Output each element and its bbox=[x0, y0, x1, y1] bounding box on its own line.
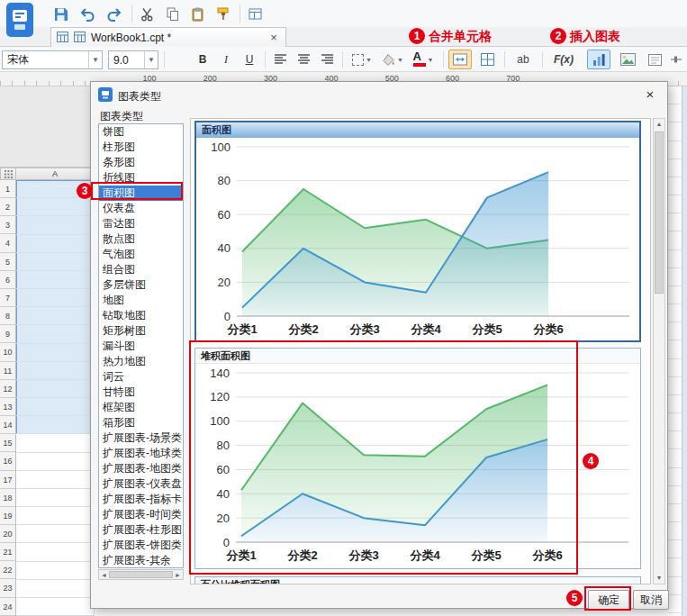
row-header-9[interactable]: 9 bbox=[0, 325, 16, 343]
panel-scrollbar[interactable]: ▲ ▼ bbox=[653, 118, 665, 584]
chart-type-item[interactable]: 热力地图 bbox=[99, 354, 183, 369]
italic-button[interactable]: I bbox=[216, 50, 236, 69]
chart-type-item[interactable]: 饼图 bbox=[99, 124, 183, 140]
list-hscrollbar[interactable]: ◄ ► bbox=[98, 569, 184, 580]
row-header-2[interactable]: 2 bbox=[0, 198, 16, 216]
chart-type-item[interactable]: 扩展图表-指标卡 bbox=[99, 492, 183, 507]
row-header-17[interactable]: 17 bbox=[0, 471, 16, 489]
underline-button[interactable]: U bbox=[240, 50, 259, 69]
merge-cells-button[interactable] bbox=[448, 50, 472, 69]
dialog-title: 图表类型 bbox=[118, 89, 161, 104]
chart-type-item[interactable]: 仪表盘 bbox=[99, 201, 183, 216]
chart-type-item[interactable]: 扩展图表-其余 bbox=[99, 553, 183, 568]
row-header-20[interactable]: 20 bbox=[0, 525, 16, 543]
border-button[interactable]: ▼ bbox=[348, 50, 376, 69]
fill-color-button[interactable]: ▼ bbox=[378, 50, 407, 69]
cancel-button[interactable]: 取消 bbox=[633, 590, 669, 610]
sheet-cells[interactable] bbox=[16, 180, 95, 616]
chart-type-item[interactable]: 扩展图表-时间类 bbox=[99, 507, 183, 522]
paste-button[interactable] bbox=[187, 4, 209, 25]
row-header-15[interactable]: 15 bbox=[0, 434, 16, 452]
chart-type-item[interactable]: 扩展图表-饼图类 bbox=[99, 538, 183, 553]
row-header-21[interactable]: 21 bbox=[0, 543, 16, 561]
row-header-24[interactable]: 24 bbox=[0, 598, 16, 616]
chart-type-item[interactable]: 扩展图表-仪表盘 bbox=[99, 476, 183, 492]
workbook-tab[interactable]: WorkBook1.cpt * × bbox=[50, 27, 286, 47]
insert-chart-button[interactable] bbox=[587, 50, 610, 69]
chart-type-item[interactable]: 矩形树图 bbox=[99, 323, 183, 339]
scroll-right-icon[interactable]: ► bbox=[175, 572, 181, 578]
tab-close-icon[interactable]: × bbox=[267, 31, 280, 44]
row-header-8[interactable]: 8 bbox=[0, 307, 16, 325]
row-header-18[interactable]: 18 bbox=[0, 489, 16, 507]
chart-type-item[interactable]: 扩展图表-柱形图 bbox=[99, 522, 183, 538]
cut-button[interactable] bbox=[137, 4, 158, 25]
preview-button[interactable] bbox=[245, 4, 267, 25]
save-button[interactable] bbox=[50, 4, 72, 25]
font-color-button[interactable]: A ▼ bbox=[409, 50, 438, 69]
column-header-a[interactable]: A bbox=[16, 168, 95, 180]
svg-text:分类3: 分类3 bbox=[348, 322, 379, 336]
undo-button[interactable] bbox=[77, 4, 99, 25]
bold-button[interactable]: B bbox=[193, 50, 212, 69]
formula-button[interactable]: F(x) bbox=[547, 50, 580, 69]
vscroll-thumb[interactable] bbox=[655, 131, 664, 294]
redo-button[interactable] bbox=[103, 4, 124, 25]
font-size-select[interactable]: 9.0 ▼ bbox=[108, 50, 158, 69]
next-chart-group-partial[interactable]: 百分比堆积面积图 bbox=[194, 576, 641, 584]
font-family-select[interactable]: 宋体 ▼ bbox=[2, 50, 103, 69]
scroll-left-icon[interactable]: ◄ bbox=[101, 572, 107, 578]
row-header-10[interactable]: 10 bbox=[0, 343, 16, 361]
area-chart-group[interactable]: 面积图 020406080100分类1分类2分类3分类4分类5分类6 bbox=[194, 121, 641, 342]
chart-type-item[interactable]: 扩展图表-场景类 bbox=[99, 430, 183, 446]
align-left-button[interactable] bbox=[270, 50, 290, 69]
insert-textbox-button[interactable] bbox=[643, 50, 666, 69]
row-header-6[interactable]: 6 bbox=[0, 271, 16, 289]
chart-type-item[interactable]: 框架图 bbox=[99, 400, 183, 415]
align-center-button[interactable] bbox=[294, 50, 313, 69]
hscroll-thumb[interactable] bbox=[109, 571, 173, 578]
chart-type-item[interactable]: 雷达图 bbox=[99, 216, 183, 231]
chart-type-item[interactable]: 柱形图 bbox=[99, 140, 183, 155]
row-header-3[interactable]: 3 bbox=[0, 216, 16, 234]
chart-type-item[interactable]: 漏斗图 bbox=[99, 339, 183, 354]
row-header-23[interactable]: 23 bbox=[0, 579, 16, 597]
chart-type-item[interactable]: 多层饼图 bbox=[99, 277, 183, 293]
row-header-16[interactable]: 16 bbox=[0, 452, 16, 470]
chart-type-item[interactable]: 组合图 bbox=[99, 262, 183, 277]
row-header-14[interactable]: 14 bbox=[0, 416, 16, 434]
borders-grid-button[interactable] bbox=[475, 50, 499, 69]
row-header-11[interactable]: 11 bbox=[0, 362, 16, 380]
chart-type-item[interactable]: 词云 bbox=[99, 369, 183, 385]
insert-image-button[interactable] bbox=[616, 50, 639, 69]
chart-type-item[interactable]: 钻取地图 bbox=[99, 308, 183, 323]
row-header-12[interactable]: 12 bbox=[0, 380, 16, 398]
zoom-slider[interactable] bbox=[668, 50, 684, 69]
row-header-7[interactable]: 7 bbox=[0, 289, 16, 307]
format-painter-button[interactable] bbox=[212, 4, 234, 25]
select-all-corner[interactable] bbox=[0, 168, 16, 180]
chart-type-item[interactable]: 扩展图表-地球类 bbox=[99, 446, 183, 461]
row-header-1[interactable]: 1 bbox=[0, 180, 16, 198]
chart-type-item[interactable]: 气泡图 bbox=[99, 247, 183, 262]
row-header-22[interactable]: 22 bbox=[0, 561, 16, 579]
chart-type-item[interactable]: 地图 bbox=[99, 293, 183, 308]
copy-button[interactable] bbox=[162, 4, 184, 25]
align-right-button[interactable] bbox=[317, 50, 337, 69]
scroll-up-icon[interactable]: ▲ bbox=[654, 119, 664, 130]
area-chart-svg[interactable]: 020406080100分类1分类2分类3分类4分类5分类6 bbox=[197, 138, 638, 340]
dialog-close-button[interactable]: × bbox=[640, 86, 660, 104]
app-logo-icon[interactable] bbox=[6, 3, 33, 37]
chart-type-item[interactable]: 条形图 bbox=[99, 155, 183, 170]
row-header-19[interactable]: 19 bbox=[0, 507, 16, 525]
row-header-5[interactable]: 5 bbox=[0, 253, 16, 271]
chart-type-item[interactable]: 箱形图 bbox=[99, 415, 183, 430]
text-style-button[interactable]: ab bbox=[510, 50, 537, 69]
row-header-13[interactable]: 13 bbox=[0, 398, 16, 416]
chart-type-item[interactable]: 扩展图表-地图类 bbox=[99, 461, 183, 476]
scroll-down-icon[interactable]: ▼ bbox=[654, 573, 664, 584]
chart-type-item[interactable]: 甘特图 bbox=[99, 385, 183, 400]
right-scroll-strip[interactable] bbox=[682, 86, 687, 616]
chart-type-item[interactable]: 散点图 bbox=[99, 231, 183, 247]
row-header-4[interactable]: 4 bbox=[0, 234, 16, 252]
